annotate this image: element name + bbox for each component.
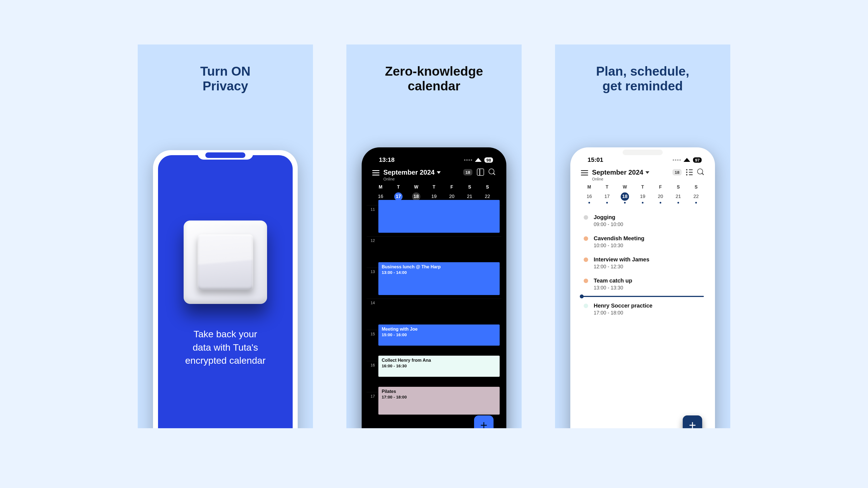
connection-status: Online — [592, 177, 649, 181]
light-switch-illustration — [182, 219, 269, 305]
menu-icon[interactable] — [372, 170, 379, 175]
weekday: T — [425, 185, 443, 190]
event-title: Team catch up — [594, 278, 632, 284]
hour-label: 13 — [367, 268, 378, 274]
calendar-header: September 2024 Online 18 — [367, 167, 501, 183]
battery-badge: 98 — [484, 157, 493, 163]
event-title: Interview with James — [594, 256, 649, 263]
event-color-dot — [584, 236, 588, 241]
agenda-list[interactable]: Jogging 09:00 - 10:00 Cavendish Meeting … — [575, 205, 710, 320]
panel3-title-line1: Plan, schedule, — [555, 64, 730, 79]
weekday: W — [616, 185, 634, 190]
weekday: S — [461, 185, 478, 190]
day-cell[interactable]: 16 — [580, 191, 598, 204]
day-cell[interactable]: 19 — [634, 191, 652, 204]
event-time: 15:00 - 16:00 — [382, 332, 496, 337]
agenda-item[interactable]: Team catch up 13:00 - 13:30 — [584, 273, 704, 295]
event-color-dot — [584, 304, 588, 308]
event-time: 13:00 - 14:00 — [382, 270, 496, 275]
calendar-app-light: 15:01 97 September 2024 Online — [575, 152, 710, 428]
panel2-title-line2: calendar — [346, 79, 522, 93]
event-title: Business lunch @ The Harp — [382, 264, 496, 269]
light-switch-rocker — [197, 234, 253, 290]
event-time: 13:00 - 13:30 — [594, 285, 632, 291]
phone-frame-dark: 13:18 98 September 2024 Online — [362, 148, 506, 428]
day-cell[interactable]: 21 — [669, 191, 687, 204]
event-time: 10:00 - 10:30 — [594, 243, 644, 249]
promo-panel-privacy: Turn ON Privacy Take back your data with… — [138, 44, 313, 428]
view-mode-icon[interactable] — [477, 168, 484, 176]
weekday: T — [634, 185, 652, 190]
panel1-title: Turn ON Privacy — [138, 64, 313, 93]
add-event-button[interactable]: + — [683, 416, 702, 428]
calendar-app-dark: 13:18 98 September 2024 Online — [367, 152, 501, 428]
status-time: 15:01 — [588, 156, 603, 163]
current-time-indicator — [582, 296, 704, 297]
calendar-event[interactable]: Meeting with Joe 15:00 - 16:00 — [378, 325, 500, 346]
agenda-item[interactable]: Henry Soccer practice 17:00 - 18:00 — [584, 299, 704, 320]
day-cell[interactable]: 22 — [687, 191, 705, 204]
wifi-icon — [684, 158, 690, 162]
phone-screen-blue: Take back your data with Tuta's encrypte… — [158, 155, 293, 428]
phone-notch — [615, 148, 671, 157]
month-selector[interactable]: September 2024 — [383, 168, 441, 176]
light-switch-base — [184, 221, 267, 304]
panel1-caption-line1: Take back your — [194, 329, 257, 339]
panel1-title-line1: Turn ON — [138, 64, 313, 79]
today-pill[interactable]: 18 — [463, 169, 472, 175]
calendar-event[interactable]: Pilates 17:00 - 18:00 — [378, 387, 500, 415]
hour-label: 17 — [367, 392, 378, 398]
cell-signal-icon — [464, 159, 472, 161]
calendar-header: September 2024 Online 18 — [575, 167, 710, 183]
event-title: Henry Soccer practice — [594, 302, 652, 309]
calendar-event[interactable] — [378, 200, 500, 233]
panel1-caption: Take back your data with Tuta's encrypte… — [158, 328, 293, 367]
event-title: Collect Henry from Ana — [382, 358, 496, 363]
event-time: 17:00 - 18:00 — [382, 395, 496, 399]
promo-panel-zero-knowledge: Zero-knowledge calendar 13:18 98 — [346, 44, 522, 428]
cell-signal-icon — [673, 159, 681, 161]
day-cell[interactable]: 17 — [598, 191, 616, 204]
battery-badge: 97 — [693, 157, 702, 163]
event-time: 17:00 - 18:00 — [594, 310, 652, 316]
menu-icon[interactable] — [581, 170, 588, 175]
phone-frame-light: 15:01 97 September 2024 Online — [570, 148, 715, 428]
hour-label: 16 — [367, 361, 378, 367]
agenda-item[interactable]: Jogging 09:00 - 10:00 — [584, 210, 704, 231]
day-cell[interactable]: 20 — [652, 191, 669, 204]
day-timeline[interactable]: 11 12 13 Business lunch @ The Harp 13:00… — [367, 205, 501, 423]
calendar-event[interactable]: Business lunch @ The Harp 13:00 - 14:00 — [378, 262, 500, 295]
event-title: Meeting with Joe — [382, 327, 496, 332]
panel1-caption-line3: encrypted calendar — [185, 355, 266, 366]
daynum-row: 16 17 18 19 20 21 22 — [575, 191, 710, 205]
agenda-item[interactable]: Interview with James 12:00 - 12:30 — [584, 253, 704, 273]
promo-panel-plan: Plan, schedule, get reminded 15:01 97 — [555, 44, 730, 428]
event-title: Cavendish Meeting — [594, 235, 644, 241]
event-color-dot — [584, 215, 588, 220]
calendar-event[interactable]: Collect Henry from Ana 16:00 - 16:30 — [378, 356, 500, 377]
weekday: T — [390, 185, 407, 190]
search-icon[interactable] — [697, 168, 705, 176]
status-time: 13:18 — [379, 156, 395, 163]
event-title: Pilates — [382, 389, 496, 394]
month-label: September 2024 — [592, 168, 643, 176]
chevron-down-icon — [645, 171, 649, 174]
event-color-dot — [584, 258, 588, 262]
hour-label: 11 — [367, 205, 378, 212]
add-event-button[interactable]: + — [474, 416, 494, 428]
weekday: M — [372, 185, 390, 190]
panel2-title-line1: Zero-knowledge — [346, 64, 522, 79]
panel3-title: Plan, schedule, get reminded — [555, 64, 730, 93]
weekday-row: M T W T F S S — [367, 183, 501, 191]
panel1-title-line2: Privacy — [138, 79, 313, 93]
today-pill[interactable]: 18 — [673, 169, 682, 175]
chevron-down-icon — [437, 171, 441, 174]
weekday: T — [598, 185, 616, 190]
agenda-view-icon[interactable] — [686, 169, 693, 175]
search-icon[interactable] — [489, 168, 496, 176]
day-cell-today[interactable]: 18 — [616, 191, 634, 204]
agenda-item[interactable]: Cavendish Meeting 10:00 - 10:30 — [584, 231, 704, 253]
month-selector[interactable]: September 2024 — [592, 168, 649, 176]
phone-notch — [197, 150, 253, 160]
weekday: M — [580, 185, 598, 190]
